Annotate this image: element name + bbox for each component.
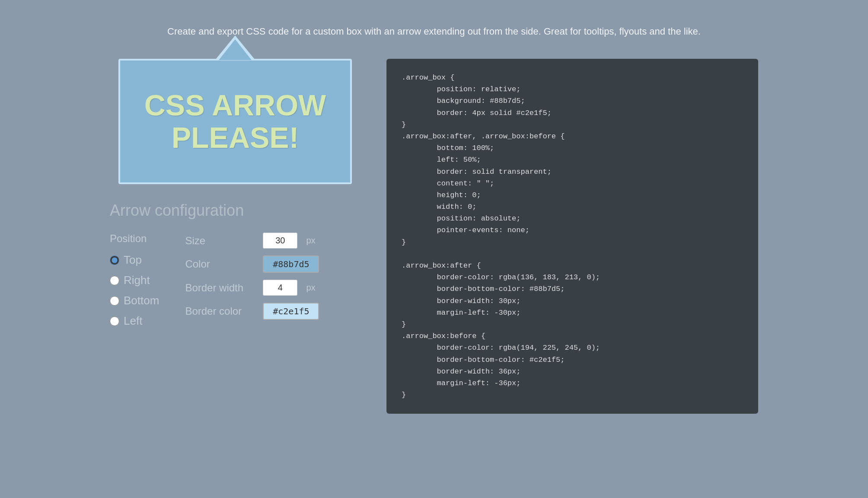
position-label: Position bbox=[110, 233, 159, 245]
size-label: Size bbox=[185, 235, 254, 247]
arrow-box-preview: CSS ARROW PLEASE! bbox=[118, 59, 352, 184]
border-color-input[interactable] bbox=[263, 303, 319, 320]
radio-top[interactable] bbox=[110, 255, 119, 265]
color-input[interactable] bbox=[263, 255, 319, 273]
color-row: Color bbox=[185, 255, 319, 273]
radio-left-label[interactable]: Left bbox=[124, 314, 142, 328]
border-color-row: Border color bbox=[185, 303, 319, 320]
main-content: CSS ARROW PLEASE! Arrow configuration Po… bbox=[110, 59, 758, 414]
config-grid: Position Top Right Bottom bbox=[110, 233, 361, 330]
left-panel: CSS ARROW PLEASE! Arrow configuration Po… bbox=[110, 59, 361, 330]
properties-group: Size px Color Border width px bbox=[185, 233, 319, 320]
border-width-row: Border width px bbox=[185, 280, 319, 296]
size-input[interactable] bbox=[263, 233, 297, 249]
color-label: Color bbox=[185, 258, 254, 270]
arrow-up-indicator bbox=[216, 35, 255, 59]
position-group: Position Top Right Bottom bbox=[110, 233, 159, 330]
radio-top-label[interactable]: Top bbox=[124, 253, 142, 267]
border-width-label: Border width bbox=[185, 282, 254, 294]
arrow-preview-container: CSS ARROW PLEASE! bbox=[118, 59, 352, 184]
code-content: .arrow_box { position: relative; backgro… bbox=[402, 72, 743, 401]
config-section: Arrow configuration Position Top Right bbox=[110, 201, 361, 330]
radio-right[interactable] bbox=[110, 276, 119, 285]
code-panel: .arrow_box { position: relative; backgro… bbox=[386, 59, 758, 414]
radio-item-right[interactable]: Right bbox=[110, 271, 159, 290]
arrow-box-title: CSS ARROW PLEASE! bbox=[144, 89, 326, 154]
radio-bottom[interactable] bbox=[110, 296, 119, 306]
radio-item-left[interactable]: Left bbox=[110, 312, 159, 330]
radio-item-bottom[interactable]: Bottom bbox=[110, 291, 159, 310]
size-row: Size px bbox=[185, 233, 319, 249]
size-unit: px bbox=[306, 236, 315, 246]
config-title: Arrow configuration bbox=[110, 201, 361, 220]
radio-bottom-label[interactable]: Bottom bbox=[124, 294, 159, 307]
page-wrapper: Create and export CSS code for a custom … bbox=[0, 0, 868, 498]
border-color-label: Border color bbox=[185, 305, 254, 317]
radio-item-top[interactable]: Top bbox=[110, 251, 159, 269]
radio-right-label[interactable]: Right bbox=[124, 274, 150, 287]
border-width-input[interactable] bbox=[263, 280, 297, 296]
radio-left[interactable] bbox=[110, 316, 119, 326]
border-width-unit: px bbox=[306, 283, 315, 293]
